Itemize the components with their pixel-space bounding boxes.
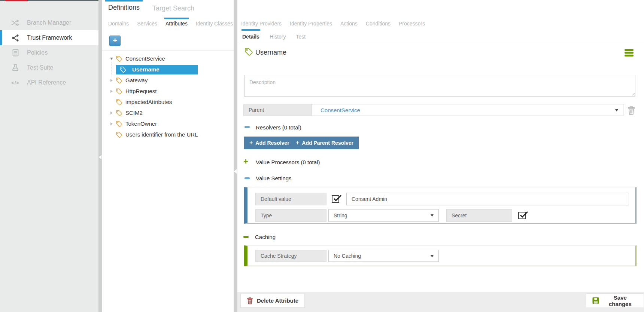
collapse-sidebar-icon[interactable]: [99, 155, 101, 159]
detail-tab-details[interactable]: Details: [242, 29, 259, 40]
attribute-tag-icon: [244, 47, 253, 58]
detail-tabs-divider: [237, 42, 644, 42]
tree-item-username[interactable]: Username: [102, 64, 234, 75]
shuffle-icon: [10, 19, 20, 26]
default-value-input[interactable]: [346, 193, 629, 205]
tree-splitter[interactable]: [234, 0, 237, 312]
default-value-enabled-checkbox[interactable]: [332, 195, 339, 203]
sidebar-item-test-suite[interactable]: Test Suite: [0, 60, 98, 75]
tree-item-httprequest[interactable]: HttpRequest: [102, 86, 234, 97]
subtab-conditions[interactable]: Conditions: [366, 18, 391, 27]
tree-item-label: HttpRequest: [125, 88, 157, 94]
tree-divider: [102, 50, 234, 51]
sidebar-item-label: Policies: [27, 49, 48, 56]
tree-item-scim2[interactable]: SCIM2: [102, 107, 234, 118]
trash-icon: [247, 297, 253, 305]
value-processors-section-title: Value Processors (0 total): [256, 159, 320, 165]
sidebar-item-trust-framework[interactable]: Trust Framework: [0, 30, 98, 45]
subtab-attributes[interactable]: Attributes: [165, 18, 188, 27]
document-icon: [10, 49, 20, 56]
parent-field-label: Parent: [243, 104, 312, 116]
parent-select-value: ConsentService: [321, 107, 360, 113]
subtab-processors[interactable]: Processors: [399, 18, 425, 27]
subtab-domains[interactable]: Domains: [108, 18, 129, 27]
tree-guide-line: [112, 62, 112, 75]
value-settings-section-title: Value Settings: [256, 175, 292, 181]
type-select[interactable]: String: [328, 209, 439, 222]
sidebar-item-policies[interactable]: Policies: [0, 45, 98, 60]
sidebar-item-label: API Reference: [27, 79, 66, 86]
tree-item-selected-highlight[interactable]: Username: [116, 65, 198, 74]
collapse-caching-icon[interactable]: [243, 236, 249, 238]
tag-icon: [116, 77, 122, 84]
tag-icon: [116, 88, 122, 95]
tab-target-search-label: Target Search: [152, 4, 194, 12]
sidebar: Branch ManagerTrust FrameworkPoliciesTes…: [0, 0, 98, 312]
tree-item-gateway[interactable]: Gateway: [102, 75, 234, 86]
collapse-resolvers-icon[interactable]: [244, 126, 250, 128]
add-parent-resolver-label: Add Parent Resolver: [302, 140, 353, 146]
caret-right-icon[interactable]: [109, 122, 114, 125]
detail-tab-history[interactable]: History: [270, 29, 286, 40]
subtab-actions[interactable]: Actions: [340, 18, 358, 27]
cache-strategy-select[interactable]: No Caching: [328, 250, 439, 262]
cache-strategy-select-value: No Caching: [334, 253, 361, 259]
code-icon: </>: [10, 80, 20, 86]
type-label: Type: [255, 209, 326, 222]
cache-strategy-label: Cache Strategy: [255, 250, 326, 262]
expand-value-processors-icon[interactable]: +: [243, 159, 248, 165]
plus-icon: +: [249, 140, 253, 146]
brand-red-strip: [5, 0, 28, 1]
caret-right-icon[interactable]: [109, 90, 114, 93]
add-definition-button[interactable]: +: [109, 36, 121, 46]
tree-item-label: Users identifier from the URL: [125, 131, 198, 138]
tab-target-search[interactable]: Target Search: [149, 0, 197, 12]
add-parent-resolver-button[interactable]: + Add Parent Resolver: [291, 137, 359, 149]
sidebar-splitter[interactable]: [98, 0, 102, 312]
collapse-value-settings-icon[interactable]: [244, 177, 250, 179]
tab-definitions[interactable]: Definitions: [105, 0, 143, 12]
attributes-tree: ConsentServiceUsernameGatewayHttpRequest…: [102, 53, 234, 140]
caret-down-icon[interactable]: [109, 58, 114, 60]
tag-icon: [116, 131, 122, 138]
lab-icon: [10, 64, 20, 71]
tree-item-label: impactedAttributes: [125, 99, 172, 105]
caret-right-icon[interactable]: [109, 111, 114, 114]
caret-right-icon[interactable]: [109, 79, 114, 82]
collapse-tree-icon[interactable]: [234, 169, 237, 174]
description-input[interactable]: [244, 75, 635, 97]
tree-item-label: SCIM2: [125, 110, 143, 116]
secret-label: Secret: [446, 209, 512, 222]
sidebar-item-branch-manager[interactable]: Branch Manager: [0, 15, 98, 30]
definition-type-tabs: DomainsServicesAttributesIdentity Classe…: [108, 18, 425, 27]
detail-tabs: DetailsHistoryTest: [242, 29, 306, 40]
parent-select[interactable]: ConsentService: [312, 104, 623, 116]
subtab-services[interactable]: Services: [137, 18, 157, 27]
resolvers-section-title: Resolvers (0 total): [256, 124, 301, 131]
menu-icon[interactable]: [625, 49, 634, 58]
tag-icon: [116, 120, 122, 127]
tree-item-users-identifier-from-the-url[interactable]: Users identifier from the URL: [102, 129, 234, 140]
remove-parent-icon[interactable]: [627, 106, 635, 117]
subtab-identity-classes[interactable]: Identity Classes: [196, 18, 233, 27]
subtab-identity-providers[interactable]: Identity Providers: [241, 18, 282, 27]
add-resolver-label: Add Resolver: [255, 140, 289, 146]
tree-item-impactedattributes[interactable]: impactedAttributes: [102, 97, 234, 107]
add-resolver-button[interactable]: + Add Resolver: [244, 137, 295, 149]
type-select-value: String: [334, 212, 347, 218]
app-window: Branch ManagerTrust FrameworkPoliciesTes…: [0, 0, 644, 312]
caching-panel: Cache Strategy No Caching: [244, 245, 637, 266]
sidebar-item-label: Branch Manager: [27, 19, 71, 26]
tag-icon: [116, 110, 122, 116]
tree-item-consentservice[interactable]: ConsentService: [102, 53, 234, 64]
save-changes-button[interactable]: Save changes: [586, 293, 644, 308]
delete-attribute-button[interactable]: Delete Attribute: [240, 294, 305, 308]
value-settings-panel: Default value Type String Secret: [244, 187, 637, 224]
sidebar-item-api-reference[interactable]: </>API Reference: [0, 75, 98, 90]
share-icon: [10, 34, 20, 42]
secret-checkbox[interactable]: [518, 212, 526, 219]
detail-tab-test[interactable]: Test: [296, 29, 306, 40]
subtab-identity-properties[interactable]: Identity Properties: [290, 18, 332, 27]
tree-item-tokenowner[interactable]: TokenOwner: [102, 118, 234, 129]
tab-definitions-label: Definitions: [108, 4, 140, 11]
